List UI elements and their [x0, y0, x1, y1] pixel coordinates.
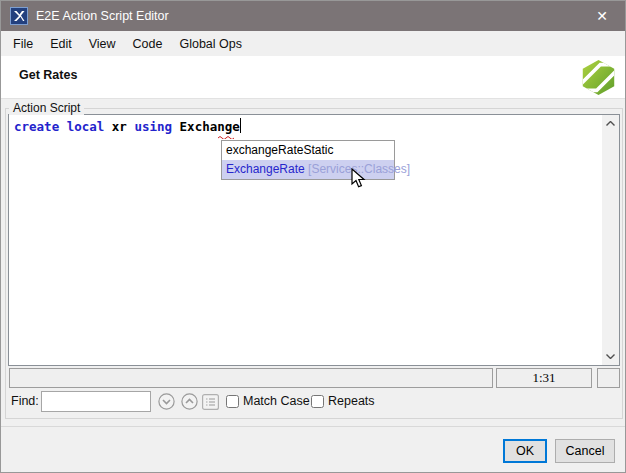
find-label: Find: [11, 394, 39, 408]
dialog-button-bar: OK Cancel [1, 426, 626, 473]
titlebar[interactable]: E2E Action Script Editor ✕ [1, 1, 625, 31]
menu-edit[interactable]: Edit [50, 37, 72, 51]
text-caret [240, 118, 241, 133]
caret-position-indicator: 1:31 [496, 368, 592, 388]
menu-view[interactable]: View [89, 37, 116, 51]
close-button[interactable]: ✕ [579, 1, 625, 31]
find-previous-icon[interactable] [181, 393, 198, 410]
code-token-keyword: using [134, 119, 179, 134]
autocomplete-item-name: ExchangeRate [226, 162, 305, 176]
menu-global-ops[interactable]: Global Ops [179, 37, 242, 51]
match-case-label[interactable]: Match Case [243, 394, 310, 408]
mouse-cursor-icon [351, 168, 366, 189]
spell-error-squiggle [218, 135, 234, 139]
action-script-group-label: Action Script [9, 101, 84, 115]
match-case-checkbox-group: Match Case [226, 394, 310, 408]
content-area: Action Script create local xr using Exch… [1, 99, 626, 426]
status-message-panel [9, 368, 493, 388]
scroll-down-icon[interactable] [602, 348, 619, 365]
code-token-identifier: xr [112, 119, 135, 134]
repeats-checkbox[interactable] [311, 395, 324, 408]
find-input[interactable] [41, 391, 151, 412]
menu-file[interactable]: File [13, 37, 33, 51]
vertical-scrollbar[interactable] [602, 115, 619, 365]
code-token-identifier: Exchange [180, 119, 240, 134]
find-next-icon[interactable] [158, 393, 175, 410]
action-script-editor-dialog: E2E Action Script Editor ✕ File Edit Vie… [0, 0, 626, 473]
ok-button[interactable]: OK [503, 439, 547, 463]
menu-code[interactable]: Code [133, 37, 163, 51]
page-title: Get Rates [19, 68, 77, 82]
repeats-label[interactable]: Repeats [328, 394, 375, 408]
find-options-icon[interactable] [202, 394, 219, 410]
window-title: E2E Action Script Editor [36, 9, 579, 23]
autocomplete-item[interactable]: exchangeRateStatic [222, 141, 394, 160]
code-line: create local xr using Exchange [14, 118, 241, 134]
close-icon: ✕ [596, 8, 608, 24]
cancel-button[interactable]: Cancel [555, 439, 615, 463]
menubar: File Edit View Code Global Ops [1, 31, 625, 56]
code-token-keyword: create local [14, 119, 112, 134]
find-bar: Find: Match Case [1, 391, 626, 413]
autocomplete-item-name: exchangeRateStatic [226, 143, 333, 157]
header: Get Rates [1, 56, 625, 99]
scroll-up-icon[interactable] [602, 115, 619, 132]
autocomplete-popup: exchangeRateStatic ExchangeRate [Service… [221, 140, 395, 180]
app-icon [10, 7, 28, 25]
status-end-panel [597, 368, 620, 388]
e2e-logo-icon [580, 59, 617, 96]
repeats-checkbox-group: Repeats [311, 394, 375, 408]
autocomplete-item-selected[interactable]: ExchangeRate [Services::Classes] [222, 160, 394, 179]
match-case-checkbox[interactable] [226, 395, 239, 408]
